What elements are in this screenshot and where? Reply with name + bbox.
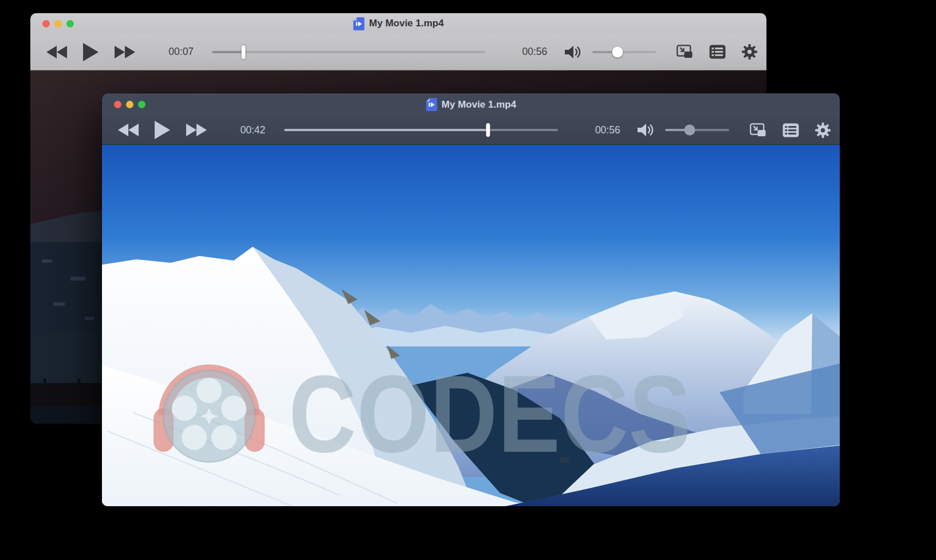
duration-label: 00:56 — [590, 124, 625, 136]
window-controls-front — [114, 93, 145, 116]
minimize-icon[interactable] — [54, 20, 62, 27]
picture-in-picture-icon — [677, 45, 693, 59]
volume-knob[interactable] — [612, 46, 623, 57]
rewind-icon — [118, 124, 139, 136]
fast-forward-icon — [186, 124, 207, 136]
window-title-text: My Movie 1.mp4 — [442, 99, 516, 111]
seek-track[interactable] — [284, 129, 559, 131]
controlbar-front: 00:42 00:56 — [102, 116, 840, 145]
close-icon[interactable] — [42, 20, 50, 27]
picture-in-picture-icon — [750, 123, 766, 137]
volume-slider[interactable] — [665, 123, 729, 137]
volume-track[interactable] — [592, 51, 656, 53]
seek-slider[interactable] — [284, 123, 559, 137]
pip-button[interactable] — [750, 123, 766, 137]
seek-slider[interactable] — [212, 45, 485, 60]
fast-forward-button[interactable] — [186, 124, 207, 136]
volume-knob[interactable] — [684, 125, 695, 136]
fast-forward-icon — [115, 46, 135, 58]
rewind-button[interactable] — [46, 46, 67, 58]
playlist-button[interactable] — [782, 123, 799, 137]
play-icon — [155, 121, 170, 139]
settings-gear-icon — [815, 123, 831, 138]
window-title-front: My Movie 1.mp4 — [426, 97, 516, 112]
volume-track[interactable] — [665, 129, 729, 131]
seek-track[interactable] — [212, 51, 485, 53]
controlbar-back: 00:07 00:56 — [30, 34, 766, 70]
current-time-label: 00:07 — [164, 46, 198, 58]
zoom-icon[interactable] — [66, 20, 74, 27]
duration-label: 00:56 — [517, 46, 552, 58]
seek-fill — [284, 129, 489, 131]
hut — [560, 457, 569, 463]
playlist-button[interactable] — [709, 45, 726, 59]
desktop: My Movie 1.mp4 00:07 — [0, 0, 936, 560]
titlebar-front[interactable]: My Movie 1.mp4 — [102, 93, 840, 116]
speaker-volume-icon — [564, 45, 583, 60]
seek-handle[interactable] — [486, 123, 490, 137]
close-icon[interactable] — [114, 101, 121, 108]
window-title-back: My Movie 1.mp4 — [353, 17, 443, 31]
front-video-scene — [102, 145, 840, 506]
settings-button[interactable] — [742, 44, 757, 60]
current-time-label: 00:42 — [235, 124, 270, 136]
window-controls-back — [42, 13, 74, 34]
window-title-text: My Movie 1.mp4 — [369, 18, 443, 29]
rewind-icon — [46, 46, 67, 58]
play-icon — [83, 43, 99, 61]
play-button[interactable] — [155, 121, 170, 139]
zoom-icon[interactable] — [138, 101, 145, 108]
settings-gear-icon — [742, 44, 757, 60]
fast-forward-button[interactable] — [115, 46, 135, 58]
mute-button[interactable] — [564, 45, 583, 60]
minimize-icon[interactable] — [126, 101, 133, 108]
playlist-icon — [782, 123, 799, 137]
video-frame-front[interactable]: CODECS — [102, 145, 840, 506]
rewind-button[interactable] — [118, 124, 139, 136]
titlebar-back[interactable]: My Movie 1.mp4 — [30, 13, 766, 34]
movie-file-icon — [353, 17, 365, 31]
pip-button[interactable] — [677, 45, 693, 59]
movie-file-icon — [426, 97, 438, 112]
seek-fill — [212, 51, 243, 53]
play-button[interactable] — [83, 43, 99, 61]
speaker-volume-icon — [636, 123, 656, 137]
playlist-icon — [709, 45, 726, 59]
volume-slider[interactable] — [592, 45, 656, 60]
seek-handle[interactable] — [242, 45, 246, 59]
player-window-front[interactable]: My Movie 1.mp4 00:42 — [102, 93, 840, 506]
mute-button[interactable] — [636, 123, 656, 137]
settings-button[interactable] — [815, 123, 831, 138]
